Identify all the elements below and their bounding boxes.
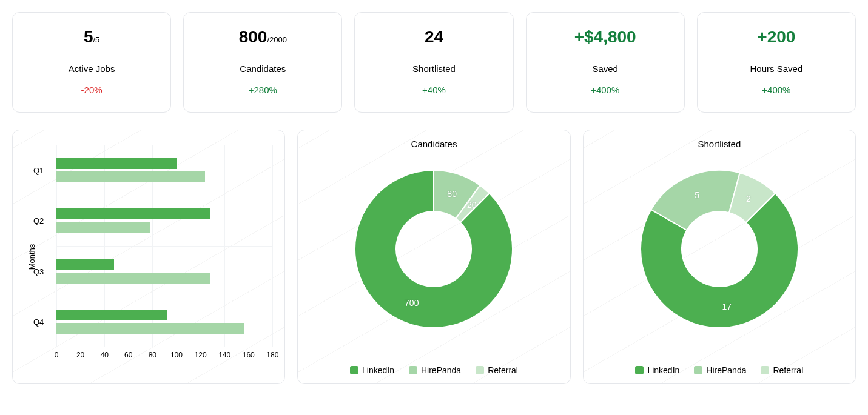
kpi-card-active-jobs: 5/5 Active Jobs -20% [12,12,171,113]
kpi-label: Hours Saved [707,64,846,74]
kpi-card-shortlisted: 24 Shortlisted +40% [354,12,513,113]
x-tick-label: 40 [100,351,108,359]
bar-plot-area: Q1Q2Q3Q4 [56,145,272,347]
donut-area: 1752 [584,164,855,334]
kpi-change: +280% [193,85,332,95]
swatch-icon [409,366,417,374]
swatch-icon [694,366,702,374]
x-tick-label: 100 [170,351,183,359]
x-tick-label: 120 [195,351,207,359]
donut-area: 7008020 [298,164,570,334]
legend-item: Referral [761,365,803,375]
kpi-change: -20% [22,85,161,95]
kpi-change: +400% [536,85,675,95]
kpi-label: Saved [536,64,675,74]
kpi-label: Candidates [193,64,332,74]
bar-series-a [56,310,167,320]
kpi-row: 5/5 Active Jobs -20% 800/2000 Candidates… [12,12,856,113]
donut-chart: 1752 [634,164,804,334]
bar-series-a [56,158,177,169]
kpi-change: +400% [707,85,846,95]
bar-series-b [56,171,205,182]
legend: LinkedIn HirePanda Referral [584,365,855,375]
kpi-value: 800/2000 [193,27,332,47]
bar-series-b [56,323,244,334]
chart-title: Shortlisted [584,130,855,153]
x-axis-ticks: 020406080100120140160180 [56,351,272,362]
bar-series-a [56,208,210,219]
x-tick-label: 140 [218,351,230,359]
kpi-value: 24 [365,27,503,47]
x-tick-label: 80 [149,351,156,359]
swatch-icon [761,366,769,374]
kpi-card-hours-saved: +200 Hours Saved +400% [697,12,856,113]
x-tick-label: 180 [266,351,278,359]
kpi-change: +40% [365,85,503,95]
category-label: Q3 [33,267,44,276]
kpi-card-candidates: 800/2000 Candidates +280% [183,12,342,113]
kpi-value: +$4,800 [536,27,675,47]
kpi-value: 5/5 [22,27,161,47]
bar-series-b [56,222,150,233]
kpi-value: +200 [707,27,846,47]
bar-series-a [56,259,114,270]
x-tick-label: 0 [55,351,59,359]
category-label: Q4 [33,317,44,327]
x-tick-label: 20 [76,351,84,359]
x-tick-label: 160 [243,351,255,359]
category-label: Q1 [33,165,44,174]
swatch-icon [635,366,644,374]
category-label: Q2 [33,216,44,225]
bar-series-b [56,273,210,284]
kpi-label: Active Jobs [22,64,161,74]
donut-card-shortlisted: Shortlisted 1752 LinkedIn HirePanda Refe… [583,130,856,384]
donut-chart: 7008020 [349,164,519,334]
legend-item: LinkedIn [635,365,679,375]
chart-title: Candidates [298,130,570,153]
legend-item: HirePanda [409,365,461,375]
legend: LinkedIn HirePanda Referral [298,365,570,375]
x-tick-label: 60 [124,351,132,359]
swatch-icon [476,366,484,374]
y-axis-label: Months [27,244,36,270]
legend-item: Referral [476,365,518,375]
donut-card-candidates: Candidates 7008020 LinkedIn HirePanda Re… [297,130,570,384]
swatch-icon [350,366,358,374]
kpi-label: Shortlisted [365,64,503,74]
bar-chart-card: Months Q1Q2Q3Q4 020406080100120140160180 [12,130,285,384]
legend-item: LinkedIn [350,365,394,375]
legend-item: HirePanda [694,365,746,375]
charts-row: Months Q1Q2Q3Q4 020406080100120140160180… [12,130,856,384]
kpi-card-saved: +$4,800 Saved +400% [526,12,685,113]
